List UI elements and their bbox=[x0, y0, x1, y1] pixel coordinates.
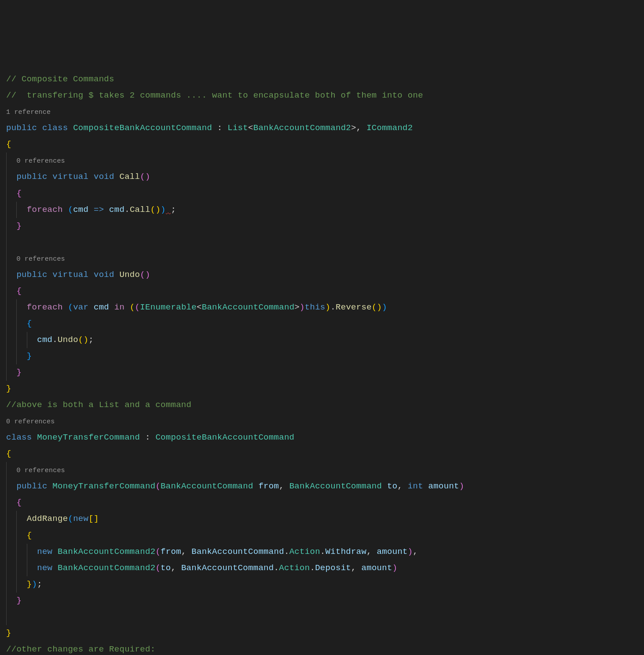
comment-line: // Composite Commands bbox=[6, 74, 114, 84]
code-line: AddRange(new[] bbox=[27, 514, 99, 524]
codelens-references[interactable]: 1 reference bbox=[6, 109, 51, 116]
comment-line: //other changes are Required: bbox=[6, 644, 155, 654]
brace: { bbox=[27, 531, 32, 540]
code-line: public class CompositeBankAccountCommand… bbox=[6, 123, 413, 133]
brace: { bbox=[27, 319, 32, 328]
codelens-references[interactable]: 0 references bbox=[16, 157, 65, 165]
brace: { bbox=[16, 189, 22, 198]
code-line: foreach (cmd => cmd.Call()) ; bbox=[27, 205, 176, 215]
brace: { bbox=[6, 139, 11, 149]
brace: } bbox=[6, 384, 11, 393]
code-line: new BankAccountCommand2(from, BankAccoun… bbox=[37, 547, 418, 557]
code-line: public MoneyTransferCommand(BankAccountC… bbox=[16, 481, 464, 491]
brace: } bbox=[6, 628, 11, 638]
comment-line: //above is both a List and a command bbox=[6, 400, 191, 410]
brace: { bbox=[16, 286, 22, 296]
code-line: cmd.Undo(); bbox=[37, 335, 94, 345]
brace: } bbox=[16, 596, 22, 605]
code-line: foreach (var cmd in ((IEnumerable<BankAc… bbox=[27, 302, 387, 312]
brace: } bbox=[16, 221, 22, 231]
code-line: }); bbox=[27, 579, 42, 589]
comment-line: // transfering $ takes 2 commands .... w… bbox=[6, 91, 423, 100]
code-line: public virtual void Call() bbox=[16, 172, 150, 182]
codelens-references[interactable]: 0 references bbox=[6, 418, 55, 426]
code-editor[interactable]: // Composite Commands // transfering $ t… bbox=[6, 71, 638, 655]
code-line: new BankAccountCommand2(to, BankAccountC… bbox=[37, 563, 397, 573]
code-line: class MoneyTransferCommand : CompositeBa… bbox=[6, 433, 294, 442]
brace: { bbox=[16, 498, 22, 507]
brace: } bbox=[27, 351, 32, 361]
codelens-references[interactable]: 0 references bbox=[16, 255, 65, 263]
brace: } bbox=[16, 368, 22, 377]
brace: { bbox=[6, 449, 11, 458]
codelens-references[interactable]: 0 references bbox=[16, 467, 65, 474]
code-line: public virtual void Undo() bbox=[16, 270, 150, 280]
